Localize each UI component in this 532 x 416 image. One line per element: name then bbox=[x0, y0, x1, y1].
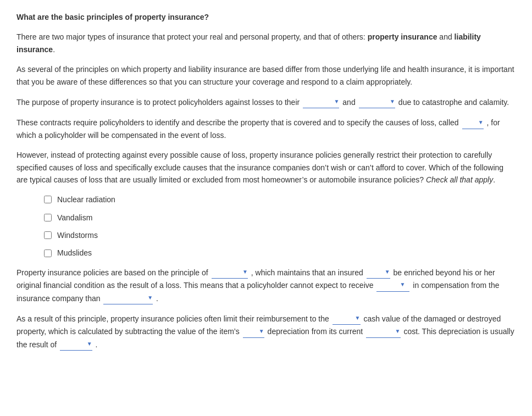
checkbox-item-1: Nuclear radiation bbox=[44, 193, 516, 206]
paragraph-2: As several of the principles on which pr… bbox=[16, 63, 516, 88]
paragraph-3: The purpose of property insurance is to … bbox=[16, 96, 516, 108]
dd6-arrow: ▼ bbox=[400, 280, 405, 289]
paragraph7-mid2: depreciation from its current bbox=[265, 327, 365, 336]
paragraph3-mid: and bbox=[340, 98, 357, 107]
dropdown-4[interactable]: ▼ bbox=[212, 266, 248, 279]
dd1-arrow: ▼ bbox=[334, 97, 340, 106]
dd7-text bbox=[103, 292, 146, 304]
paragraph5-end: . bbox=[493, 175, 495, 184]
dropdown-10[interactable]: ▼ bbox=[366, 325, 400, 337]
dropdown-2[interactable]: ▼ bbox=[359, 96, 395, 108]
paragraph1-end: . bbox=[53, 45, 55, 54]
paragraph7-start: As a result of this principle, property … bbox=[16, 314, 331, 323]
paragraph3-start: The purpose of property insurance is to … bbox=[16, 98, 302, 107]
paragraph-4: These contracts require policyholders to… bbox=[16, 116, 516, 141]
checkbox-mudslides[interactable] bbox=[44, 249, 52, 257]
paragraph3-end: due to catastrophe and calamity. bbox=[396, 98, 509, 107]
dd2-text bbox=[359, 96, 389, 108]
checkbox-list: Nuclear radiation Vandalism Windstorms M… bbox=[44, 193, 516, 259]
paragraph1-mid: and bbox=[437, 32, 454, 41]
dd10-arrow: ▼ bbox=[395, 327, 401, 336]
paragraph1-bold1: property insurance bbox=[368, 32, 437, 41]
paragraph-1: There are two major types of insurance t… bbox=[16, 31, 516, 56]
checkbox-label-nuclear-radiation[interactable]: Nuclear radiation bbox=[57, 193, 115, 206]
content-area: What are the basic principles of propert… bbox=[16, 11, 516, 351]
dropdown-7[interactable]: ▼ bbox=[103, 292, 153, 304]
dd5-text bbox=[367, 266, 384, 278]
dropdown-1[interactable]: ▼ bbox=[303, 96, 339, 108]
dd10-text bbox=[366, 325, 394, 337]
paragraph4-start: These contracts require policyholders to… bbox=[16, 118, 461, 127]
dd4-arrow: ▼ bbox=[242, 268, 248, 276]
dd7-arrow: ▼ bbox=[147, 293, 153, 302]
paragraph6-start: Property insurance policies are based on… bbox=[16, 268, 210, 277]
dd3-arrow: ▼ bbox=[478, 118, 484, 127]
checkbox-nuclear-radiation[interactable] bbox=[44, 196, 52, 203]
dd8-text bbox=[332, 312, 354, 324]
dd1-text bbox=[303, 96, 332, 108]
paragraph1-start: There are two major types of insurance t… bbox=[16, 32, 368, 41]
dd5-arrow: ▼ bbox=[385, 268, 390, 276]
dropdown-5[interactable]: ▼ bbox=[367, 266, 390, 279]
dd11-arrow: ▼ bbox=[87, 340, 92, 348]
paragraph-6: Property insurance policies are based on… bbox=[16, 266, 516, 304]
dd9-arrow: ▼ bbox=[259, 327, 264, 336]
dd6-text bbox=[376, 279, 398, 291]
dd4-text bbox=[212, 266, 241, 278]
paragraph6-mid1: , which maintains that an insured bbox=[249, 268, 365, 277]
checkbox-label-mudslides[interactable]: Mudslides bbox=[57, 247, 92, 259]
checkbox-label-windstorms[interactable]: Windstorms bbox=[57, 229, 98, 241]
dropdown-9[interactable]: ▼ bbox=[243, 325, 264, 337]
paragraph7-end: . bbox=[93, 340, 98, 349]
dropdown-3[interactable]: ▼ bbox=[462, 116, 484, 129]
paragraph-7: As a result of this principle, property … bbox=[16, 312, 516, 351]
dropdown-6[interactable]: ▼ bbox=[376, 279, 409, 291]
paragraph-5: However, instead of protecting against e… bbox=[16, 149, 516, 186]
checkbox-item-4: Mudslides bbox=[44, 247, 516, 259]
question-heading: What are the basic principles of propert… bbox=[16, 11, 516, 23]
checkbox-windstorms[interactable] bbox=[44, 231, 52, 239]
dd11-text bbox=[60, 338, 86, 350]
checkbox-item-2: Vandalism bbox=[44, 212, 516, 224]
paragraph6-end: . bbox=[154, 294, 158, 303]
dropdown-11[interactable]: ▼ bbox=[60, 338, 92, 351]
dropdown-8[interactable]: ▼ bbox=[332, 312, 361, 325]
dd2-arrow: ▼ bbox=[390, 97, 395, 106]
dd8-arrow: ▼ bbox=[355, 314, 361, 323]
dd9-text bbox=[243, 325, 258, 337]
checkbox-vandalism[interactable] bbox=[44, 214, 52, 221]
paragraph5-italic: Check all that apply bbox=[426, 175, 493, 184]
dd3-text bbox=[462, 116, 477, 128]
checkbox-item-3: Windstorms bbox=[44, 229, 516, 241]
checkbox-label-vandalism[interactable]: Vandalism bbox=[57, 212, 92, 224]
